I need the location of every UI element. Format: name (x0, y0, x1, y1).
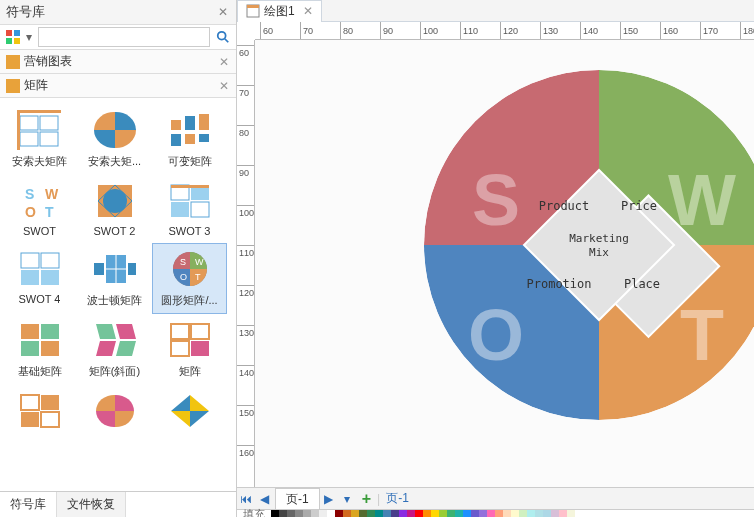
tab-file-recovery[interactable]: 文件恢复 (57, 492, 126, 517)
svg-rect-58 (21, 395, 39, 410)
color-swatch[interactable] (503, 510, 511, 517)
svg-text:W: W (195, 257, 204, 267)
color-swatch[interactable] (511, 510, 519, 517)
color-swatch[interactable] (487, 510, 495, 517)
shape-item[interactable] (77, 385, 152, 441)
color-swatch[interactable] (383, 510, 391, 517)
shape-item[interactable] (2, 385, 77, 441)
page-prev-button[interactable]: ◀ (256, 491, 272, 507)
svg-rect-54 (171, 324, 189, 339)
color-swatch[interactable] (359, 510, 367, 517)
shape-item[interactable]: 波士顿矩阵 (77, 243, 152, 314)
svg-rect-12 (17, 110, 61, 113)
color-swatch[interactable] (351, 510, 359, 517)
category-matrix[interactable]: 矩阵 ✕ (0, 74, 236, 98)
color-swatch[interactable] (327, 510, 335, 517)
color-swatch[interactable] (287, 510, 295, 517)
swot-label-tl: Product (539, 199, 590, 213)
color-swatch[interactable] (431, 510, 439, 517)
category-label: 营销图表 (24, 53, 214, 70)
color-swatch[interactable] (303, 510, 311, 517)
svg-rect-1 (14, 30, 20, 36)
color-swatch[interactable] (471, 510, 479, 517)
color-swatch[interactable] (295, 510, 303, 517)
color-swatch[interactable] (455, 510, 463, 517)
color-swatch[interactable] (519, 510, 527, 517)
svg-marker-52 (96, 341, 116, 356)
document-tab[interactable]: 绘图1 ✕ (237, 0, 322, 22)
category-marketing[interactable]: 营销图表 ✕ (0, 50, 236, 74)
svg-text:O: O (25, 204, 36, 220)
color-swatch[interactable] (439, 510, 447, 517)
shape-thumb (90, 318, 140, 362)
category-close-button[interactable]: ✕ (218, 56, 230, 68)
shape-item[interactable]: 矩阵 (152, 314, 227, 385)
document-close-button[interactable]: ✕ (303, 4, 313, 18)
panel-close-button[interactable]: ✕ (216, 5, 230, 19)
color-swatch[interactable] (319, 510, 327, 517)
color-swatch[interactable] (343, 510, 351, 517)
color-swatch[interactable] (375, 510, 383, 517)
page-first-button[interactable]: ⏮ (238, 491, 254, 507)
color-swatch[interactable] (463, 510, 471, 517)
svg-point-4 (218, 32, 226, 40)
color-swatch[interactable] (479, 510, 487, 517)
color-swatches (271, 510, 754, 517)
shape-item[interactable]: 矩阵(斜面) (77, 314, 152, 385)
shape-label: SWOT 4 (19, 293, 61, 305)
shape-item[interactable] (152, 385, 227, 441)
svg-rect-0 (6, 30, 12, 36)
svg-rect-35 (41, 270, 59, 285)
page-next-button[interactable]: ▶ (321, 491, 337, 507)
page-dropdown-icon[interactable]: ▾ (339, 491, 355, 507)
color-swatch[interactable] (551, 510, 559, 517)
bottom-tabs: 符号库 文件恢复 (0, 491, 236, 517)
swot-diagram[interactable]: S W O T Product Price Promotion Place Ma… (424, 70, 754, 420)
shape-item[interactable]: SWOT圆形矩阵/... (152, 243, 227, 314)
color-swatch[interactable] (423, 510, 431, 517)
color-swatch[interactable] (271, 510, 279, 517)
shape-thumb (90, 247, 140, 291)
svg-rect-32 (21, 253, 39, 268)
shape-item[interactable]: 可变矩阵 (152, 104, 227, 175)
symbol-library-panel: 符号库 ✕ ▾ 营销图表 ✕ 矩阵 ✕ 安索夫矩 (0, 0, 237, 517)
shape-item[interactable]: 安索夫矩... (77, 104, 152, 175)
shape-item[interactable]: SWOTSWOT (2, 175, 77, 243)
color-swatch[interactable] (527, 510, 535, 517)
color-swatch[interactable] (415, 510, 423, 517)
tab-symbol-library[interactable]: 符号库 (0, 492, 57, 517)
color-swatch[interactable] (367, 510, 375, 517)
shape-thumb (90, 179, 140, 223)
color-swatch[interactable] (279, 510, 287, 517)
color-swatch[interactable] (559, 510, 567, 517)
swot-label-br: Place (624, 277, 660, 291)
color-swatch[interactable] (399, 510, 407, 517)
canvas[interactable]: S W O T Product Price Promotion Place Ma… (255, 40, 754, 487)
shape-item[interactable]: 基础矩阵 (2, 314, 77, 385)
color-swatch[interactable] (391, 510, 399, 517)
color-swatch[interactable] (543, 510, 551, 517)
svg-rect-6 (6, 55, 20, 69)
shape-item[interactable]: SWOT 3 (152, 175, 227, 243)
shape-item[interactable]: SWOT 4 (2, 243, 77, 314)
color-swatch[interactable] (495, 510, 503, 517)
category-icon (6, 79, 20, 93)
shape-item[interactable]: SWOT 2 (77, 175, 152, 243)
page-add-button[interactable]: + (362, 490, 371, 508)
color-swatch[interactable] (311, 510, 319, 517)
shape-grid: 安索夫矩阵安索夫矩...可变矩阵SWOTSWOTSWOT 2SWOT 3SWOT… (0, 98, 236, 491)
search-input[interactable] (38, 27, 210, 47)
search-button[interactable] (214, 28, 232, 46)
color-swatch[interactable] (335, 510, 343, 517)
color-swatch[interactable] (447, 510, 455, 517)
category-close-button[interactable]: ✕ (218, 80, 230, 92)
page-tab[interactable]: 页-1 (275, 488, 320, 510)
svg-marker-64 (190, 411, 209, 427)
library-dropdown-icon[interactable]: ▾ (26, 30, 34, 44)
color-swatch[interactable] (407, 510, 415, 517)
svg-rect-60 (21, 412, 39, 427)
library-icon[interactable] (4, 28, 22, 46)
color-swatch[interactable] (567, 510, 575, 517)
color-swatch[interactable] (535, 510, 543, 517)
shape-item[interactable]: 安索夫矩阵 (2, 104, 77, 175)
